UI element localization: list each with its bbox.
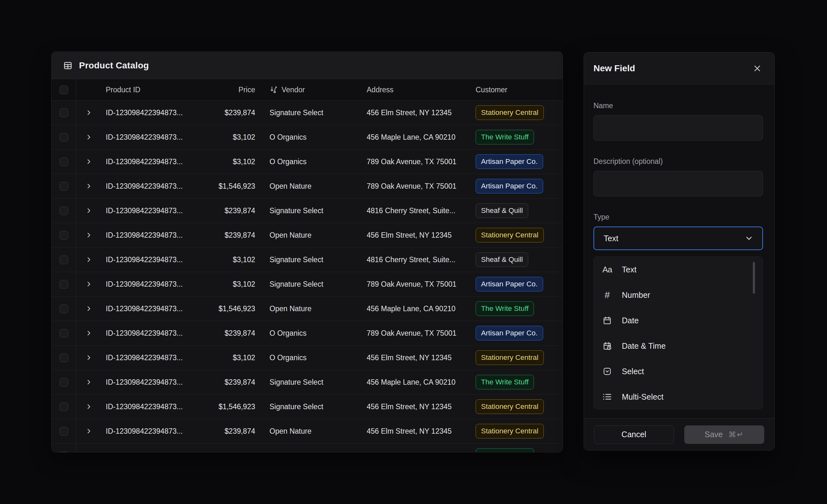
chevron-right-icon[interactable] xyxy=(85,133,93,141)
chevron-right-icon[interactable] xyxy=(85,231,93,239)
chevron-right-icon[interactable] xyxy=(85,354,93,361)
row-checkbox-cell xyxy=(52,370,76,394)
description-field[interactable] xyxy=(593,171,763,196)
type-select[interactable]: Text xyxy=(593,227,763,250)
column-header-price[interactable]: Price xyxy=(214,79,255,100)
table-row[interactable]: ID-123098422394873...$239,874O Organics7… xyxy=(52,321,563,345)
type-option-select[interactable]: Select xyxy=(594,358,763,384)
row-checkbox[interactable] xyxy=(59,378,68,387)
row-checkbox[interactable] xyxy=(59,353,68,362)
row-expand-cell xyxy=(76,101,102,125)
dropdown-scrollbar[interactable] xyxy=(753,262,755,294)
row-checkbox[interactable] xyxy=(59,182,68,190)
chevron-right-icon[interactable] xyxy=(85,329,93,337)
row-checkbox[interactable] xyxy=(59,207,68,215)
row-expand-cell xyxy=(76,174,102,198)
cell-address: 4816 Cherry Street, Suite... xyxy=(365,247,472,272)
app-background: Product Catalog Product ID Price Vendor xyxy=(0,0,827,504)
chevron-right-icon[interactable] xyxy=(85,403,93,410)
cell-vendor: Signature Select xyxy=(255,247,365,272)
cell-product-id: ID-123098422394873... xyxy=(102,321,214,345)
customer-badge: Stationery Central xyxy=(476,399,544,414)
table-row[interactable]: ID-123098422394873...$239,874Open Nature… xyxy=(52,419,563,444)
table-row[interactable]: ID-123098422394873...$3,102O Organics456… xyxy=(52,345,563,370)
type-option-date-time[interactable]: Date & Time xyxy=(594,333,763,358)
chevron-right-icon[interactable] xyxy=(85,378,93,386)
name-field[interactable] xyxy=(593,115,763,141)
table-row[interactable]: ID-123098422394873...$3,102O Organics456… xyxy=(52,125,563,150)
row-checkbox-cell xyxy=(52,345,76,370)
type-option-multi-select[interactable]: Multi-Select xyxy=(594,384,763,409)
chevron-right-icon[interactable] xyxy=(85,158,93,165)
customer-badge: Stationery Central xyxy=(476,424,544,439)
row-checkbox[interactable] xyxy=(59,329,68,338)
cell-vendor: O Organics xyxy=(255,321,365,345)
table-row[interactable]: ID-123098422394873...$1,546,923Signature… xyxy=(52,395,563,419)
select-icon xyxy=(601,366,613,377)
close-icon[interactable] xyxy=(753,64,762,73)
table-row[interactable]: ID-123098422394873...$3,102Signature Sel… xyxy=(52,272,563,296)
row-checkbox[interactable] xyxy=(59,158,68,166)
table-row[interactable]: ID-123098422394873...$3,102O Organics789… xyxy=(52,150,563,174)
cell-price: $1,546,923 xyxy=(214,296,255,321)
save-button[interactable]: Save ⌘↵ xyxy=(684,426,765,444)
dialog-header: New Field xyxy=(584,53,774,84)
column-header-customer[interactable]: Customer xyxy=(472,79,563,100)
dialog-body: Name Description (optional) Type Text Aa… xyxy=(584,84,774,418)
chevron-right-icon[interactable] xyxy=(85,427,93,435)
row-checkbox[interactable] xyxy=(59,304,68,313)
row-checkbox-cell xyxy=(52,247,76,272)
row-expand-cell xyxy=(76,370,102,394)
row-checkbox-cell xyxy=(52,444,76,452)
table-row[interactable]: ID-123098422394873...$3,102Signature Sel… xyxy=(52,247,563,272)
row-checkbox[interactable] xyxy=(59,109,68,117)
table-row[interactable]: ID-123098422394873...$1,546,923Open Natu… xyxy=(52,174,563,199)
table-row[interactable]: ID-123098422394873...$239,874Signature S… xyxy=(52,444,563,452)
chevron-right-icon[interactable] xyxy=(85,305,93,313)
type-option-text[interactable]: AaText xyxy=(594,257,763,282)
row-checkbox[interactable] xyxy=(59,133,68,142)
column-header-product-id[interactable]: Product ID xyxy=(102,79,214,100)
cell-address: 456 Elm Street, NY 12345 xyxy=(365,345,472,370)
chevron-right-icon[interactable] xyxy=(85,280,93,288)
table-row[interactable]: ID-123098422394873...$239,874Signature S… xyxy=(52,101,563,125)
cell-vendor: Signature Select xyxy=(255,101,365,125)
row-expand-cell xyxy=(76,419,102,443)
table-row[interactable]: ID-123098422394873...$239,874Signature S… xyxy=(52,370,563,395)
table-row[interactable]: ID-123098422394873...$239,874Open Nature… xyxy=(52,223,563,247)
chevron-right-icon[interactable] xyxy=(85,256,93,264)
description-label: Description (optional) xyxy=(593,157,763,166)
row-checkbox[interactable] xyxy=(59,231,68,239)
column-header-vendor-label: Vendor xyxy=(282,86,305,94)
cell-vendor: Signature Select xyxy=(255,272,365,296)
row-checkbox[interactable] xyxy=(59,280,68,289)
cell-price: $239,874 xyxy=(214,199,255,223)
cancel-button[interactable]: Cancel xyxy=(594,426,674,444)
table-body: ID-123098422394873...$239,874Signature S… xyxy=(52,101,563,452)
row-checkbox[interactable] xyxy=(59,256,68,264)
table-row[interactable]: ID-123098422394873...$239,874Signature S… xyxy=(52,199,563,223)
type-option-date[interactable]: Date xyxy=(594,308,763,333)
row-checkbox[interactable] xyxy=(59,451,68,452)
chevron-right-icon[interactable] xyxy=(85,109,93,116)
cell-price: $3,102 xyxy=(214,125,255,149)
customer-badge: The Write Stuff xyxy=(476,130,534,145)
cell-customer: Artisan Paper Co. xyxy=(472,321,563,345)
chevron-right-icon[interactable] xyxy=(85,182,93,190)
cell-address: 456 Maple Lane, CA 90210 xyxy=(365,125,472,149)
chevron-right-icon[interactable] xyxy=(85,207,93,215)
select-all-checkbox[interactable] xyxy=(59,86,68,94)
cell-price: $3,102 xyxy=(214,247,255,272)
customer-badge: Stationery Central xyxy=(476,105,544,120)
type-label: Type xyxy=(593,213,763,221)
chevron-right-icon[interactable] xyxy=(85,452,93,452)
column-header-vendor[interactable]: Vendor xyxy=(255,79,365,100)
row-checkbox[interactable] xyxy=(59,427,68,436)
row-checkbox-cell xyxy=(52,125,76,149)
row-checkbox[interactable] xyxy=(59,402,68,411)
table-row[interactable]: ID-123098422394873...$1,546,923Open Natu… xyxy=(52,296,563,321)
type-option-number[interactable]: #Number xyxy=(594,282,763,308)
product-catalog-card: Product Catalog Product ID Price Vendor xyxy=(51,52,563,452)
column-header-address[interactable]: Address xyxy=(365,79,472,100)
customer-badge: Sheaf & Quill xyxy=(476,252,528,267)
